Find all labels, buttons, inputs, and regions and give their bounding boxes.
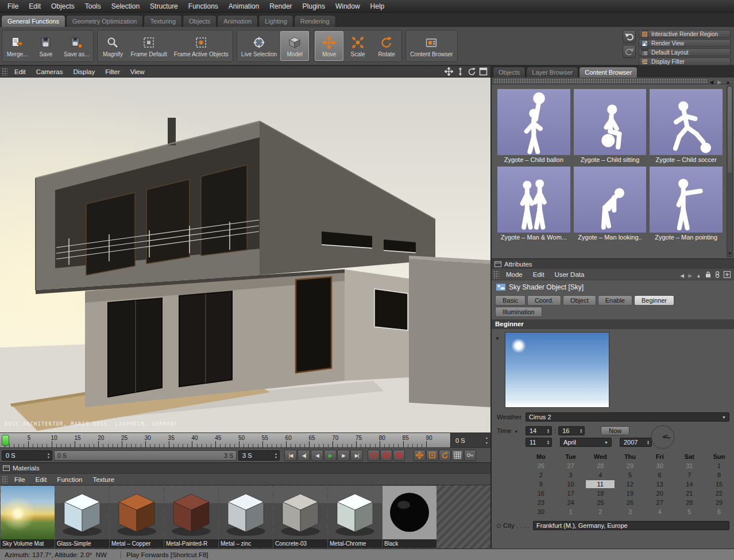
record-position-button[interactable] [414, 450, 426, 461]
autokeying-button[interactable] [380, 450, 392, 461]
panel-grip[interactable] [493, 271, 499, 279]
scale-button[interactable]: Scale [343, 31, 372, 61]
document-end-field[interactable]: 3 S [238, 450, 280, 461]
previous-frame-button[interactable]: ◀ [311, 450, 323, 461]
viewport-menu-view[interactable]: View [125, 66, 150, 78]
viewport-menu-display[interactable]: Display [68, 66, 100, 78]
calendar-day[interactable]: 6 [645, 470, 675, 480]
default-layout-button[interactable]: Default Layout [639, 48, 731, 56]
attributes-menu-mode[interactable]: Mode [501, 269, 528, 280]
calendar-day[interactable]: 28 [675, 498, 705, 507]
menu-render[interactable]: Render [264, 0, 297, 13]
tab-beginner[interactable]: Beginner [634, 295, 674, 306]
calendar-day[interactable]: 15 [704, 480, 734, 489]
palette-tab-rendering[interactable]: Rendering [294, 15, 336, 27]
material-metal-chrome[interactable]: Metal-Chrome [328, 486, 382, 548]
calendar-day[interactable]: 8 [704, 470, 734, 480]
maximize-view-icon[interactable] [479, 67, 488, 76]
previous-key-button[interactable]: ◀| [298, 450, 310, 461]
calendar-day[interactable]: 5 [615, 470, 645, 480]
material-sky-volume-mat[interactable]: Sky Volume Mat [1, 486, 55, 548]
calendar-day[interactable]: 1 [556, 507, 586, 516]
model-button[interactable]: Model [280, 31, 309, 61]
calendar-day[interactable]: 30 [645, 461, 675, 470]
timeline-frame-field[interactable]: 0 S [450, 433, 490, 447]
live-selection-button[interactable]: Live Selection [238, 31, 280, 61]
frame-active-objects-button[interactable]: Frame Active Objects [171, 31, 232, 61]
rotate-button[interactable]: Rotate [372, 31, 401, 61]
calendar-day[interactable]: 1 [704, 461, 734, 470]
material-concrete-03[interactable]: Concrete-03 [273, 486, 327, 548]
menu-animation[interactable]: Animation [223, 0, 264, 13]
calendar-day[interactable]: 27 [556, 461, 586, 470]
calendar-day[interactable]: 24 [556, 498, 586, 507]
pan-view-icon[interactable] [445, 67, 453, 76]
tab-coord[interactable]: Coord. [527, 295, 561, 306]
calendar-day[interactable]: 5 [675, 507, 705, 516]
materials-menu-file[interactable]: File [9, 474, 30, 485]
month-select[interactable]: April [560, 438, 612, 447]
material-metal-zinc[interactable]: Metal – zinc [219, 486, 273, 548]
keyframe-selection-button[interactable] [393, 450, 405, 461]
material-metal-copper[interactable]: Metal – Copper [110, 486, 164, 548]
lock-icon[interactable] [705, 271, 711, 278]
materials-menu-function[interactable]: Function [52, 474, 87, 485]
merge-button[interactable]: Merge... [3, 31, 32, 61]
add-panel-icon[interactable] [724, 271, 731, 278]
menu-window[interactable]: Window [330, 0, 365, 13]
timeline-playhead[interactable] [2, 435, 9, 446]
calendar-day[interactable]: 28 [585, 461, 615, 470]
calendar-day[interactable]: 26 [526, 461, 556, 470]
timeline-ruler[interactable]: 051015202530354045505560657075808590 0 S [0, 432, 490, 447]
calendar-day[interactable]: 29 [704, 498, 734, 507]
panel-grip[interactable] [494, 79, 707, 83]
city-input[interactable] [533, 521, 729, 530]
calendar-day[interactable]: 11 [585, 480, 615, 489]
save-button[interactable]: Save [32, 31, 60, 61]
material-glass-simple[interactable]: Glass-Simple [55, 486, 109, 548]
palette-tab-animation[interactable]: Animation [217, 15, 258, 27]
play-forwards-button[interactable]: ▶ [324, 450, 337, 461]
hour-field[interactable]: 14 [526, 426, 552, 435]
palette-tab-texturing[interactable]: Texturing [144, 15, 182, 27]
tab-object[interactable]: Object [563, 295, 596, 306]
menu-structure[interactable]: Structure [145, 0, 183, 13]
content-item-zygote-man-looking[interactable]: Zygote – Man looking.. [574, 167, 647, 241]
dolly-view-icon[interactable] [456, 67, 465, 76]
tab-illumination[interactable]: Illumination [495, 307, 542, 317]
calendar-day[interactable]: 23 [526, 498, 556, 507]
palette-tab-general-functions[interactable]: General Functions [1, 15, 65, 27]
render-view-button[interactable]: Render View [639, 39, 731, 47]
calendar-day[interactable]: 9 [526, 480, 556, 489]
content-item-zygote-child-soccer[interactable]: Zygote – Child soccer [650, 89, 723, 163]
attributes-menu-user-data[interactable]: User Data [550, 269, 590, 280]
calendar-day[interactable]: 6 [704, 507, 734, 516]
palette-tab-lighting[interactable]: Lighting [258, 15, 293, 27]
calendar-day[interactable]: 31 [675, 461, 705, 470]
palette-tab-geometry-optimization[interactable]: Geometry Optimization [66, 15, 143, 27]
record-rotation-button[interactable] [439, 450, 451, 461]
calendar-day[interactable]: 14 [675, 480, 705, 489]
menu-file[interactable]: File [2, 0, 24, 13]
calendar-day[interactable]: 3 [615, 507, 645, 516]
content-item-zygote-man-pointing[interactable]: Zygote – Man pointing [650, 167, 723, 241]
preview-expander[interactable] [495, 332, 500, 408]
display-filter-button[interactable]: Display Filter [639, 57, 731, 65]
calendar-day[interactable]: 19 [615, 489, 645, 498]
tab-enable[interactable]: Enable [598, 295, 632, 306]
tab-basic[interactable]: Basic [495, 295, 526, 306]
attribute-up-icon[interactable] [696, 269, 701, 280]
calendar-day[interactable]: 7 [675, 470, 705, 480]
viewport-3d[interactable]: BOSS ARCHITEKTUR, MARIO BOSS, LAUPHEIM, … [0, 78, 490, 432]
calendar-day[interactable]: 2 [526, 470, 556, 480]
menu-help[interactable]: Help [365, 0, 390, 13]
tab-content-browser[interactable]: Content Browser [579, 67, 638, 78]
attributes-menu-edit[interactable]: Edit [528, 269, 550, 280]
current-frame-field[interactable]: 0 S [2, 450, 52, 461]
weather-select[interactable]: Cirrus 2 [526, 412, 729, 422]
time-expander-icon[interactable] [511, 427, 518, 434]
attribute-forward-icon[interactable] [688, 269, 692, 280]
palette-tab-objects[interactable]: Objects [183, 15, 217, 27]
goto-start-button[interactable]: |◀ [284, 450, 297, 461]
now-button[interactable]: Now [601, 426, 629, 435]
